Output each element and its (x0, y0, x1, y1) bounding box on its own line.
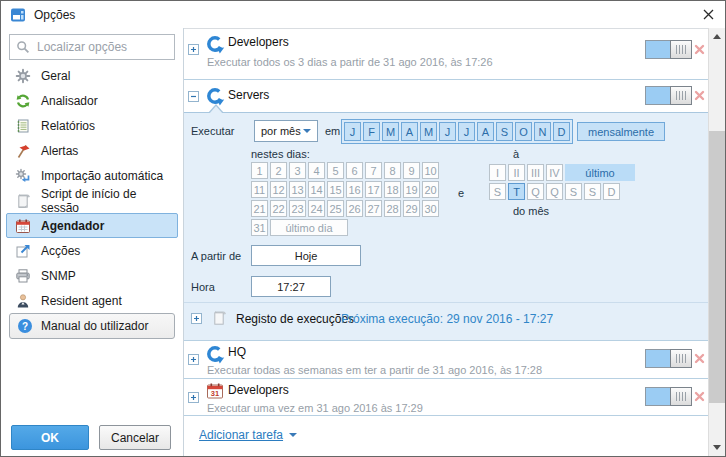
weekday-button[interactable]: S (565, 183, 582, 200)
day-button[interactable]: 29 (403, 200, 420, 217)
sidebar-item-importacao-automatica[interactable]: Importação automática (6, 163, 178, 188)
scroll-down-button[interactable] (709, 439, 725, 456)
sidebar-item-agendador[interactable]: Agendador (6, 213, 178, 238)
month-button[interactable]: A (401, 122, 418, 141)
scroll-thumb[interactable] (709, 131, 725, 403)
day-button[interactable]: 23 (289, 200, 306, 217)
cancel-button[interactable]: Cancelar (99, 425, 171, 450)
expand-button[interactable] (191, 313, 202, 324)
weekday-button[interactable]: D (603, 183, 620, 200)
weekday-button[interactable]: Q (527, 183, 544, 200)
monthly-button[interactable]: mensalmente (577, 122, 665, 141)
delete-task-button[interactable] (694, 391, 705, 402)
enabled-toggle[interactable] (645, 40, 692, 59)
day-button[interactable]: 12 (270, 181, 287, 198)
day-button[interactable]: 11 (251, 181, 268, 198)
day-button[interactable]: 25 (327, 200, 344, 217)
month-button[interactable]: O (515, 122, 532, 141)
day-button[interactable]: 6 (346, 162, 363, 179)
delete-task-button[interactable] (694, 90, 705, 101)
search-box[interactable] (9, 34, 175, 60)
sidebar-item-geral[interactable]: Geral (6, 63, 178, 88)
day-button[interactable]: 17 (365, 181, 382, 198)
enabled-toggle[interactable] (645, 86, 692, 105)
time-field[interactable]: 17:27 (251, 276, 331, 297)
day-button[interactable]: 15 (327, 181, 344, 198)
weekday-button[interactable]: T (508, 183, 525, 200)
sidebar-item-snmp[interactable]: SNMP (6, 263, 178, 288)
scroll-up-button[interactable] (709, 28, 725, 45)
month-button[interactable]: S (496, 122, 513, 141)
expand-button[interactable] (188, 44, 199, 55)
ordinal-button[interactable]: II (508, 164, 525, 181)
toggle-handle[interactable] (670, 40, 692, 59)
month-button[interactable]: N (534, 122, 551, 141)
ordinal-button[interactable]: I (489, 164, 506, 181)
collapse-button[interactable] (188, 91, 199, 102)
scrollbar[interactable] (708, 28, 725, 456)
execution-log-label: Registo de execuções (236, 312, 354, 326)
month-button[interactable]: J (439, 122, 456, 141)
day-button[interactable]: 26 (346, 200, 363, 217)
ordinal-button[interactable]: III (527, 164, 544, 181)
day-button[interactable]: 24 (308, 200, 325, 217)
day-button[interactable]: 19 (403, 181, 420, 198)
day-button[interactable]: 2 (270, 162, 287, 179)
day-button[interactable]: 8 (384, 162, 401, 179)
delete-x-icon (694, 353, 705, 364)
ordinal-button[interactable]: IV (546, 164, 563, 181)
month-button[interactable]: A (477, 122, 494, 141)
month-button[interactable]: F (363, 122, 380, 141)
weekday-button[interactable]: S (584, 183, 601, 200)
day-button[interactable]: 20 (422, 181, 439, 198)
expand-button[interactable] (188, 354, 199, 365)
day-button[interactable]: 22 (270, 200, 287, 217)
day-button[interactable]: 5 (327, 162, 344, 179)
toggle-handle[interactable] (670, 349, 692, 368)
day-button[interactable]: 9 (403, 162, 420, 179)
weekday-button[interactable]: S (489, 183, 506, 200)
sidebar-item-resident-agent[interactable]: Resident agent (6, 288, 178, 313)
day-button[interactable]: 13 (289, 181, 306, 198)
month-button[interactable]: J (458, 122, 475, 141)
day-button[interactable]: 4 (308, 162, 325, 179)
manual-button[interactable]: ? Manual do utilizador (9, 313, 175, 339)
close-button[interactable] (700, 7, 716, 23)
last-ordinal-button[interactable]: último (565, 164, 635, 181)
toggle-handle[interactable] (670, 86, 692, 105)
sidebar-item-alertas[interactable]: Alertas (6, 138, 178, 163)
delete-task-button[interactable] (694, 353, 705, 364)
expand-button[interactable] (188, 392, 199, 403)
enabled-toggle[interactable] (645, 387, 692, 406)
sidebar-item-accoes[interactable]: Acções (6, 238, 178, 263)
day-button[interactable]: 10 (422, 162, 439, 179)
day-button[interactable]: 31 (251, 219, 268, 236)
day-button[interactable]: 18 (384, 181, 401, 198)
enabled-toggle[interactable] (645, 349, 692, 368)
day-button[interactable]: 16 (346, 181, 363, 198)
sidebar-item-analisador[interactable]: Analisador (6, 88, 178, 113)
frequency-select[interactable]: por mês (254, 120, 318, 142)
day-button[interactable]: 7 (365, 162, 382, 179)
delete-task-button[interactable] (694, 44, 705, 55)
start-date-field[interactable]: Hoje (251, 245, 361, 266)
day-button[interactable]: 28 (384, 200, 401, 217)
day-button[interactable]: 3 (289, 162, 306, 179)
month-button[interactable]: M (420, 122, 437, 141)
day-button[interactable]: 21 (251, 200, 268, 217)
search-input[interactable] (37, 40, 168, 54)
day-button[interactable]: 30 (422, 200, 439, 217)
ok-button[interactable]: OK (11, 425, 89, 450)
month-button[interactable]: J (344, 122, 361, 141)
day-button[interactable]: 27 (365, 200, 382, 217)
month-button[interactable]: M (382, 122, 399, 141)
month-button[interactable]: D (553, 122, 570, 141)
sidebar-item-relatorios[interactable]: Relatórios (6, 113, 178, 138)
sidebar-item-script-inicio-sessao[interactable]: Script de início de sessão (6, 188, 178, 213)
toggle-handle[interactable] (670, 387, 692, 406)
day-button[interactable]: 1 (251, 162, 268, 179)
weekday-button[interactable]: Q (546, 183, 563, 200)
add-task-link[interactable]: Adicionar tarefa (199, 428, 297, 442)
last-day-button[interactable]: último dia (270, 219, 348, 236)
day-button[interactable]: 14 (308, 181, 325, 198)
